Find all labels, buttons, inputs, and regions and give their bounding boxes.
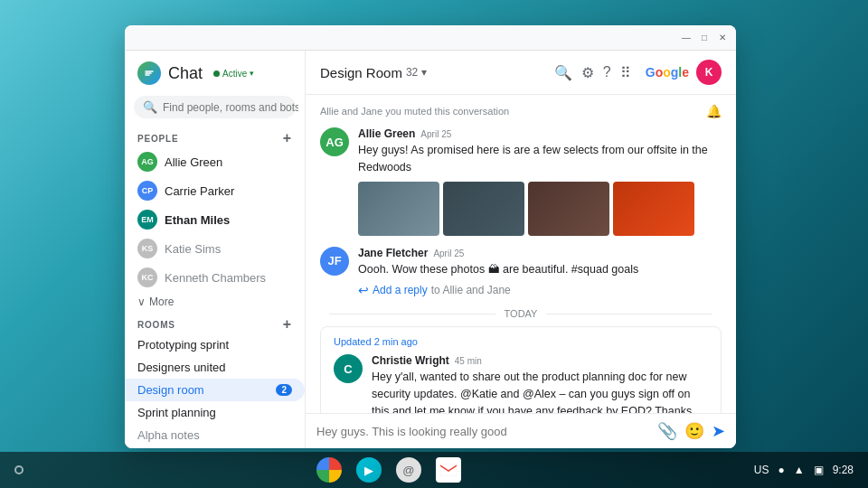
message-author: Christie Wright bbox=[372, 354, 449, 367]
avatar-kenneth: KC bbox=[137, 267, 157, 287]
unread-badge: 2 bbox=[276, 384, 292, 396]
person-name: Katie Sims bbox=[165, 242, 221, 256]
message-author: Allie Green bbox=[358, 127, 415, 140]
sidebar-item-prototyping-sprint[interactable]: Prototyping sprint bbox=[125, 333, 305, 356]
room-name: Designers united bbox=[137, 361, 226, 374]
active-dot bbox=[213, 70, 220, 77]
wifi-icon: ▲ bbox=[794, 464, 805, 476]
message-input[interactable] bbox=[316, 425, 650, 438]
chat-window: — □ ✕ Chat Active ▾ bbox=[125, 25, 736, 448]
image-thumbnail[interactable] bbox=[358, 182, 439, 236]
day-divider: TODAY bbox=[320, 308, 722, 319]
input-area: 📎 🙂 ➤ bbox=[306, 413, 736, 448]
message-text: Hey guys! As promised here is are a few … bbox=[358, 142, 722, 176]
dropdown-icon[interactable]: ▾ bbox=[421, 66, 427, 79]
close-button[interactable]: ✕ bbox=[716, 32, 729, 44]
chat-header: Design Room 32 ▾ 🔍 ⚙ ? ⠿ Google K bbox=[306, 51, 736, 95]
message-content: Jane Fletcher April 25 Oooh. Wow these p… bbox=[358, 247, 722, 298]
maximize-button[interactable]: □ bbox=[698, 32, 711, 44]
room-name: Alpha notes bbox=[137, 428, 200, 442]
avatar-carrie: CP bbox=[137, 181, 157, 201]
taskbar-center: ▶ @ bbox=[316, 457, 461, 483]
image-thumbnail[interactable] bbox=[613, 182, 694, 236]
google-logo: Google bbox=[646, 65, 689, 80]
user-avatar-header[interactable]: K bbox=[696, 60, 722, 85]
message-time: April 25 bbox=[420, 129, 451, 139]
chat-area: Design Room 32 ▾ 🔍 ⚙ ? ⠿ Google K bbox=[306, 51, 736, 448]
sidebar-item-ethan-miles[interactable]: EM Ethan Miles bbox=[125, 205, 305, 234]
sidebar-item-kenneth-chambers[interactable]: KC Kenneth Chambers bbox=[125, 263, 305, 292]
rooms-more-button[interactable]: ∨ More bbox=[125, 446, 305, 448]
avatar: C bbox=[334, 354, 363, 383]
people-section-label: PEOPLE + bbox=[125, 126, 305, 147]
reply-link[interactable]: ↩ Add a reply to Allie and Jane bbox=[358, 283, 722, 297]
settings-header-icon[interactable]: ⚙ bbox=[581, 64, 594, 81]
message-meta: Christie Wright 45 min bbox=[372, 354, 708, 367]
sidebar-header: Chat Active ▾ bbox=[125, 51, 305, 92]
message-meta: Jane Fletcher April 25 bbox=[358, 247, 722, 259]
room-title: Design Room 32 ▾ bbox=[320, 65, 547, 80]
reply-icon: ↩ bbox=[358, 283, 369, 297]
reply-text: Add a reply bbox=[373, 284, 428, 296]
clock: 9:28 bbox=[833, 464, 854, 476]
play-store-app[interactable]: ▶ bbox=[356, 457, 382, 483]
main-layout: Chat Active ▾ 🔍 PEOPLE + AG Allie Green bbox=[125, 51, 736, 448]
help-header-icon[interactable]: ? bbox=[603, 64, 611, 80]
sidebar-item-designers-united[interactable]: Designers united bbox=[125, 356, 305, 379]
updated-label: Updated 2 min ago bbox=[334, 336, 708, 347]
sidebar-item-katie-sims[interactable]: KS Katie Sims bbox=[125, 234, 305, 263]
messages-area[interactable]: Allie and Jane you muted this conversati… bbox=[306, 95, 736, 413]
search-input[interactable] bbox=[163, 101, 298, 114]
search-bar: 🔍 bbox=[134, 96, 296, 118]
active-badge: Active ▾ bbox=[213, 69, 254, 79]
mute-icon: 🔔 bbox=[706, 104, 722, 118]
person-name: Ethan Miles bbox=[165, 213, 230, 227]
network-icon: ● bbox=[778, 464, 784, 476]
sidebar-item-design-room[interactable]: Design room 2 bbox=[125, 379, 305, 401]
person-name: Allie Green bbox=[165, 155, 222, 169]
minimize-button[interactable]: — bbox=[680, 32, 693, 44]
avatar-allie: AG bbox=[137, 152, 157, 172]
sidebar-item-sprint-planning[interactable]: Sprint planning bbox=[125, 401, 305, 424]
person-name: Kenneth Chambers bbox=[165, 271, 266, 285]
launcher-button[interactable] bbox=[14, 465, 24, 474]
attach-icon[interactable]: 📎 bbox=[657, 421, 677, 441]
avatar: JF bbox=[320, 247, 349, 276]
taskbar-right: US ● ▲ ▣ 9:28 bbox=[754, 464, 854, 476]
search-icon: 🔍 bbox=[143, 100, 157, 114]
message-author: Jane Fletcher bbox=[358, 247, 428, 259]
sidebar-item-allie-green[interactable]: AG Allie Green bbox=[125, 147, 305, 176]
apps-header-icon[interactable]: ⠿ bbox=[620, 64, 631, 81]
active-chevron[interactable]: ▾ bbox=[250, 69, 254, 78]
message-time: 45 min bbox=[455, 356, 482, 366]
search-header-icon[interactable]: 🔍 bbox=[554, 64, 572, 81]
message-content: Christie Wright 45 min Hey y'all, wanted… bbox=[372, 354, 708, 413]
app-logo bbox=[137, 61, 161, 85]
chrome-app[interactable] bbox=[316, 457, 342, 483]
message-text: Hey y'all, wanted to share out the produ… bbox=[372, 369, 708, 413]
avatar-ethan: EM bbox=[137, 210, 157, 230]
image-thumbnail[interactable] bbox=[443, 182, 524, 236]
sidebar-item-carrie-parker[interactable]: CP Carrie Parker bbox=[125, 176, 305, 205]
sidebar: Chat Active ▾ 🔍 PEOPLE + AG Allie Green bbox=[125, 51, 306, 448]
avatar-katie: KS bbox=[137, 239, 157, 258]
add-room-button[interactable]: + bbox=[283, 317, 292, 332]
person-name: Carrie Parker bbox=[165, 184, 234, 198]
room-name: Design room bbox=[137, 383, 204, 397]
add-person-button[interactable]: + bbox=[283, 131, 292, 145]
header-icons: 🔍 ⚙ ? ⠿ bbox=[554, 64, 631, 81]
gmail-app[interactable] bbox=[436, 457, 461, 483]
people-more-button[interactable]: ∨ More bbox=[125, 292, 305, 312]
send-button[interactable]: ➤ bbox=[712, 421, 725, 441]
image-thumbnail[interactable] bbox=[528, 182, 609, 236]
muted-notice: Allie and Jane you muted this conversati… bbox=[320, 104, 722, 118]
avatar: AG bbox=[320, 127, 349, 156]
message-time: April 25 bbox=[433, 249, 464, 258]
image-strip bbox=[358, 182, 722, 236]
taskbar-left bbox=[14, 465, 24, 474]
email-app[interactable]: @ bbox=[396, 457, 421, 483]
emoji-icon[interactable]: 🙂 bbox=[684, 421, 704, 441]
sidebar-item-alpha-notes[interactable]: Alpha notes bbox=[125, 424, 305, 446]
rooms-section-label: ROOMS + bbox=[125, 312, 305, 333]
window-controls: — □ ✕ bbox=[680, 32, 729, 44]
